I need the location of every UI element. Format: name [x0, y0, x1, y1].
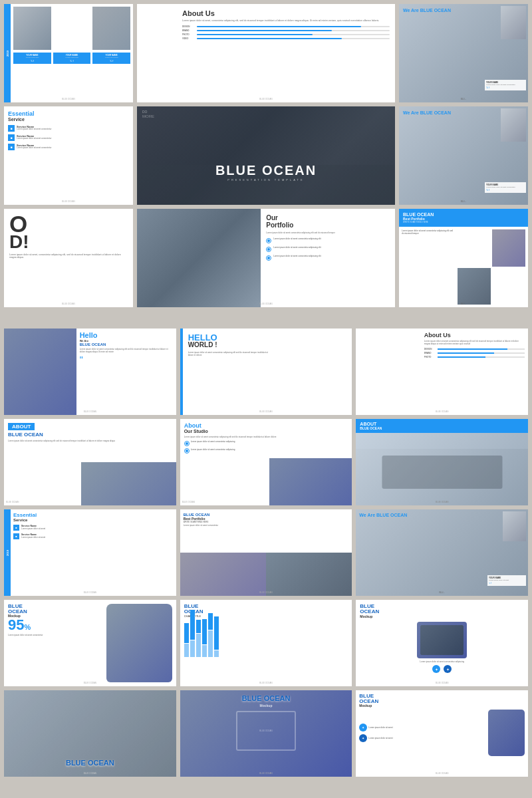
bom-item-text-2: Lorem ipsum dolor sit amet [368, 737, 392, 739]
slide-footer-meeting: BLUE OCEAN [84, 772, 96, 775]
studio-item-2: Lorem ipsum dolor sit amet consectetur a… [184, 448, 348, 454]
bom-center-content: BLUE OCEAN Mockup BLUE OCEAN [180, 690, 352, 755]
chart-bar-6b [214, 650, 219, 657]
chart-group-5 [208, 613, 213, 657]
bom-icon-item-1: ✦ Lorem ipsum dolor sit amet [359, 724, 485, 732]
member-role-1: YOUR POSITION [15, 57, 50, 59]
service-item-1: ■ Service Name Lorem ipsum dolor sit ame… [8, 125, 129, 132]
studio-item-text-1: Lorem ipsum dolor sit amet consectetur a… [191, 440, 235, 443]
bar-track-video [197, 38, 390, 40]
slide-blue-ocean-hero: DO MORE BLUE OCEAN PRESENTATION TEMPLATE [137, 106, 395, 205]
studio-icon-inner-2 [186, 450, 188, 452]
slide-footer-e2019: BLUE OCEAN [84, 591, 96, 594]
best-portfolio-desc: Lorem ipsum dolor sit amet consectetur a… [402, 229, 456, 235]
mockup-phone-img [106, 604, 172, 682]
hero-subtitle: PRESENTATION TEMPLATE [137, 178, 395, 182]
chart-bar-3b [196, 634, 201, 657]
mockup-phone-desc: Lorem ipsum dolor sit amet consectetur [8, 634, 103, 636]
we-are-2-overlay: We Are BLUE OCEAN YOUR NAME Lorem ipsum … [399, 106, 528, 205]
portfolio-img [137, 209, 261, 307]
about-us-photo [142, 9, 179, 97]
row-7: BLUE OCEAN Mockup 95 % Lorem ipsum dolor… [4, 600, 528, 686]
tablet-icon-1: ✦ [432, 665, 440, 673]
e2019-service-2: ■ Service Name Lorem ipsum dolor sit ame… [13, 533, 174, 539]
team-photo-2 [53, 7, 91, 50]
slide-footer-bpsm: BLUE OCEAN [259, 591, 272, 594]
slide-footer-best-portfolio: BLU... [461, 303, 466, 305]
slide-about-ocean-desk: ABOUT BLUE OCEAN BLUE OCEAN [356, 419, 528, 505]
about-blue-desc: Lorem ipsum dolor sit amet consectetur a… [8, 440, 172, 442]
best-portfolio-desc-area: Lorem ipsum dolor sit amet consectetur a… [402, 229, 456, 305]
chart-bar-1b [184, 644, 189, 657]
portfolio-item-text-2: Lorem ipsum dolor sit amet consectetur a… [273, 246, 321, 249]
chart-bar-5a [208, 613, 213, 630]
about-sm-bar-1: DESIGN [424, 348, 525, 350]
wasm-card: YOUR NAME Lorem ipsum dolor sit amet 𝕏 f [487, 575, 526, 586]
tablet-icons-row: ✦ ✦ [360, 665, 524, 673]
we-are-overlay: We Are BLUE OCEAN YOUR NAME Lorem ipsum … [399, 4, 528, 102]
portfolio-content: Our Portfolio Lorem ipsum dolor sit amet… [261, 209, 395, 307]
about-sm-bar-label-3: PHOTO [424, 356, 436, 358]
bom-item-text-1: Lorem ipsum dolor sit amet [368, 726, 392, 729]
bar-label-photo: PHOTO [182, 33, 196, 36]
portfolio-photo-1 [458, 229, 491, 267]
we-are-2-desc: Lorem ipsum dolor sit amet consectetur [486, 186, 525, 188]
hero-title: BLUE OCEAN [137, 163, 395, 178]
slide-footer-about-blue: BLUE OCEAN [6, 501, 19, 503]
slide-footer-portfolio: BLUE OCEAN [259, 303, 272, 305]
slide-mockup-tablet: BLUEOCEAN Mockup Lorem ipsum dolor sit a… [356, 600, 528, 686]
bom-right-device [488, 710, 525, 756]
row-4: Hello We Are BLUE OCEAN Lorem ipsum dolo… [4, 329, 528, 415]
bom-screen-shape: BLUE OCEAN [236, 711, 296, 751]
studio-icon-2 [184, 448, 190, 454]
slide-footer-mockup-tablet: BLUE OCEAN [436, 682, 448, 684]
wasm-overlay: We Are BLUE OCEAN YOUR NAME Lorem ipsum … [356, 509, 528, 596]
mockup-tablet-brand: BLUEOCEAN [360, 604, 524, 614]
slide-od: O D! Lorem ipsum dolor sit amet, consect… [4, 209, 133, 307]
chart-group-1 [184, 623, 189, 657]
bom-center-screen: BLUE OCEAN [184, 711, 348, 751]
row-8: BLUE OCEAN BLUE OCEAN BLUE OCEAN Mockup … [4, 690, 528, 777]
bom-center-mockup: Mockup [184, 704, 348, 708]
service-desc-1: Lorem ipsum dolor sit amet consectetur [17, 128, 52, 131]
service-icon-3: ■ [8, 144, 15, 150]
studio-item-text-2: Lorem ipsum dolor sit amet consectetur a… [191, 448, 235, 451]
slide-we-are-1: We Are BLUE OCEAN YOUR NAME Lorem ipsum … [399, 4, 528, 102]
separator [4, 311, 528, 325]
about-sm-bar-2: BRAND [424, 352, 525, 354]
row-6: 2019 Essential Service ■ Service Name Lo… [4, 509, 528, 596]
slide-footer-about: BLUE OCEAN [259, 98, 272, 100]
about-sm-bar-track-1 [438, 348, 525, 350]
portfolio-item-text-1: Lorem ipsum dolor sit amet consectetur a… [273, 237, 321, 240]
about-sm-bar-label-2: BRAND [424, 352, 436, 354]
e2019-desc-1: Lorem ipsum dolor sit amet [21, 527, 45, 530]
we-are-person-desc: Lorem ipsum dolor sit amet consectetur [486, 84, 525, 86]
slide-about-us-large: About Us Lorem ipsum dolor sit amet, con… [137, 4, 395, 102]
hero-more-label: MORE [142, 114, 154, 118]
we-are-social: 𝕏 f [486, 86, 525, 89]
hello-desc: Lorem ipsum dolor sit amet consectetur a… [80, 348, 173, 353]
chart-group-4 [202, 619, 207, 657]
team-cards-row: YOUR NAME YOUR POSITION 𝕏 f YOUR NAME YO… [13, 53, 130, 64]
slide-team-2019: 2019 YOUR NAME YOUR POSITION 𝕏 f YOUR NA… [4, 4, 133, 102]
about-blue-brand: BLUE OCEAN [8, 432, 172, 438]
slide-blue-ocean-meeting: BLUE OCEAN BLUE OCEAN [4, 690, 176, 777]
slide-footer-od: BLUE OCEAN [62, 303, 74, 305]
member-role-2: YOUR POSITION [55, 57, 90, 59]
about-desk-brand: BLUE OCEAN [360, 426, 524, 430]
hello-right-content: Hello We Are BLUE OCEAN Lorem ipsum dolo… [76, 329, 176, 415]
slide-footer-bom-right: BLUE OCEAN [436, 772, 448, 775]
essential-title: Essential [8, 110, 129, 117]
slide-footer-bom-center: BLUE OCEAN [259, 772, 272, 775]
portfolio-item-3: Lorem ipsum dolor sit amet consectetur a… [266, 255, 390, 261]
about-blue-label: ABOUT [8, 423, 35, 430]
about-sm-bar-label-1: DESIGN [424, 348, 436, 350]
essential-2019-services: ■ Service Name Lorem ipsum dolor sit ame… [13, 525, 174, 539]
slide-footer-hello-world: BLUE OCEAN [259, 410, 272, 413]
about-blue-img [81, 462, 176, 505]
year-2019-sidebar: 2019 [4, 509, 11, 596]
hello-world-desc: Lorem ipsum dolor sit amet consectetur a… [188, 351, 269, 356]
slide-hello-world: HELLO WORLD ! Lorem ipsum dolor sit amet… [180, 329, 352, 415]
slide-footer-chart: BLUE OCEAN [259, 682, 272, 684]
about-sm-bar-track-3 [438, 356, 525, 358]
